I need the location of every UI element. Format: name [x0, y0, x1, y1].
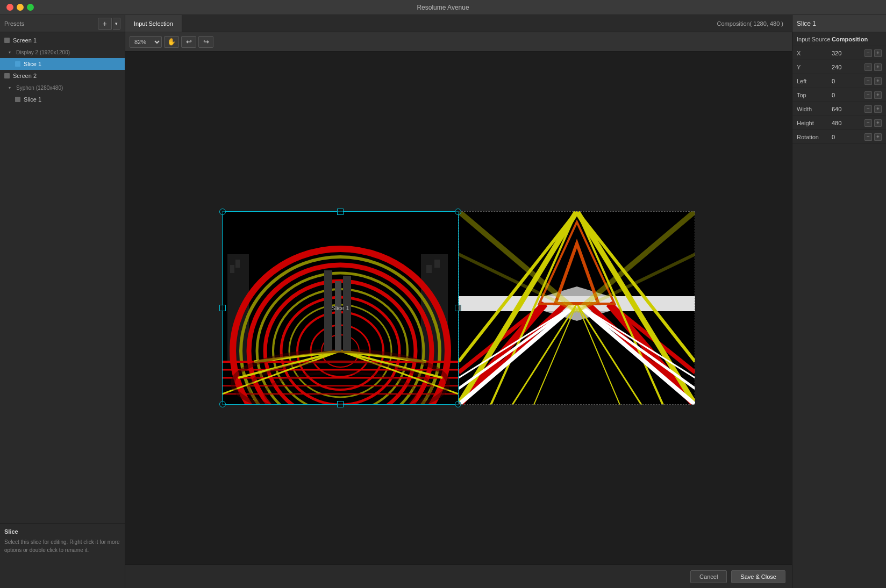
input-source-value: Composition: [832, 36, 868, 42]
presets-label: Presets: [4, 20, 24, 27]
rotation-value: 0: [832, 134, 862, 140]
slice1-label: Slice 1: [24, 61, 41, 67]
width-label: Width: [797, 106, 832, 112]
width-decrement-button[interactable]: −: [864, 105, 872, 113]
y-increment-button[interactable]: +: [874, 63, 882, 71]
prop-row-left: Left 0 − +: [792, 74, 886, 88]
width-increment-button[interactable]: +: [874, 105, 882, 113]
x-value: 320: [832, 50, 862, 56]
sidebar-item-syphon[interactable]: ▾ Syphon (1280x480): [0, 82, 125, 94]
canvas-wrapper: Slice 1: [222, 211, 695, 405]
y-decrement-button[interactable]: −: [864, 63, 872, 71]
right-panel-header: Slice 1: [792, 15, 886, 32]
window-title: Resolume Avenue: [417, 4, 469, 11]
svg-rect-6: [434, 260, 440, 268]
sidebar-item-screen1[interactable]: Screen 1: [0, 34, 125, 46]
y-value: 240: [832, 64, 862, 70]
rotation-decrement-button[interactable]: −: [864, 133, 872, 141]
hand-tool-button[interactable]: ✋: [164, 36, 179, 48]
svg-rect-33: [335, 281, 341, 351]
x-decrement-button[interactable]: −: [864, 49, 872, 57]
video-right: [459, 211, 695, 405]
info-title: Slice: [4, 528, 120, 535]
window-controls[interactable]: [6, 4, 34, 11]
add-button[interactable]: +: [98, 18, 112, 30]
left-decrement-button[interactable]: −: [864, 77, 872, 85]
zoom-select[interactable]: 82% 50% 75% 100% 125% 150%: [130, 36, 162, 48]
sidebar-item-slice1-screen1[interactable]: Slice 1: [0, 58, 125, 70]
height-value: 480: [832, 120, 862, 126]
slice1-s2-label: Slice 1: [24, 96, 41, 103]
sidebar-info: Slice Select this slice for editing. Rig…: [0, 524, 125, 588]
info-text: Select this slice for editing. Right cli…: [4, 538, 120, 554]
sidebar: Presets + ▾ Screen 1 ▾ Display 2 (1920x1…: [0, 15, 125, 588]
svg-rect-32: [324, 270, 332, 351]
svg-rect-3: [235, 260, 240, 268]
prop-row-input-source: Input Source Composition: [792, 32, 886, 46]
syphon-arrow: ▾: [9, 85, 14, 90]
screen1-label: Screen 1: [13, 37, 37, 44]
slice1-icon: [15, 61, 20, 67]
slice1-s2-icon: [15, 97, 20, 102]
svg-rect-5: [426, 265, 432, 273]
height-increment-button[interactable]: +: [874, 119, 882, 127]
syphon-label: Syphon (1280x480): [16, 85, 63, 91]
top-label: Top: [797, 92, 832, 98]
tab-input-selection[interactable]: Input Selection: [125, 15, 182, 32]
sidebar-header: Presets + ▾: [0, 15, 125, 32]
video-left: [222, 211, 459, 405]
top-increment-button[interactable]: +: [874, 91, 882, 99]
input-source-label: Input Source: [797, 36, 832, 42]
sidebar-item-screen2[interactable]: Screen 2: [0, 70, 125, 82]
top-decrement-button[interactable]: −: [864, 91, 872, 99]
close-button[interactable]: [6, 4, 13, 11]
display2-label: Display 2 (1920x1200): [16, 49, 70, 55]
display2-arrow: ▾: [9, 49, 14, 55]
top-value: 0: [832, 92, 862, 98]
center-content: Input Selection Composition( 1280, 480 )…: [125, 15, 792, 588]
height-label: Height: [797, 120, 832, 126]
rotation-label: Rotation: [797, 134, 832, 140]
minimize-button[interactable]: [17, 4, 24, 11]
add-button-dropdown[interactable]: ▾: [113, 18, 120, 30]
prop-row-width: Width 640 − +: [792, 102, 886, 116]
cancel-button[interactable]: Cancel: [690, 570, 727, 583]
right-panel-title: Slice 1: [797, 20, 816, 27]
add-button-group[interactable]: + ▾: [98, 18, 120, 30]
left-increment-button[interactable]: +: [874, 77, 882, 85]
main-layout: Presets + ▾ Screen 1 ▾ Display 2 (1920x1…: [0, 15, 886, 588]
svg-rect-2: [230, 265, 234, 273]
left-value: 0: [832, 78, 862, 84]
prop-row-height: Height 480 − +: [792, 116, 886, 130]
tab-input-selection-label: Input Selection: [134, 20, 173, 27]
x-increment-button[interactable]: +: [874, 49, 882, 57]
composition-label: Composition( 1280, 480 ): [708, 15, 792, 32]
rotation-increment-button[interactable]: +: [874, 133, 882, 141]
tab-bar: Input Selection Composition( 1280, 480 ): [125, 15, 792, 32]
svg-rect-34: [343, 276, 351, 351]
left-label: Left: [797, 78, 832, 84]
screen1-icon: [4, 38, 10, 43]
screen2-label: Screen 2: [13, 73, 37, 79]
height-decrement-button[interactable]: −: [864, 119, 872, 127]
y-label: Y: [797, 64, 832, 70]
title-bar: Resolume Avenue: [0, 0, 886, 15]
prop-row-top: Top 0 − +: [792, 88, 886, 102]
action-bar: Cancel Save & Close: [125, 564, 792, 588]
prop-row-y: Y 240 − +: [792, 60, 886, 74]
prop-row-rotation: Rotation 0 − +: [792, 130, 886, 144]
prop-row-x: X 320 − +: [792, 46, 886, 60]
save-close-button[interactable]: Save & Close: [731, 570, 785, 583]
sidebar-item-slice1-screen2[interactable]: Slice 1: [0, 94, 125, 105]
sidebar-item-display2[interactable]: ▾ Display 2 (1920x1200): [0, 46, 125, 58]
screen2-icon: [4, 73, 10, 78]
redo-button[interactable]: ↪: [198, 36, 213, 48]
x-label: X: [797, 50, 832, 56]
maximize-button[interactable]: [27, 4, 34, 11]
canvas-area[interactable]: Slice 1: [125, 52, 792, 564]
sidebar-tree: Screen 1 ▾ Display 2 (1920x1200) Slice 1…: [0, 32, 125, 524]
undo-button[interactable]: ↩: [181, 36, 196, 48]
toolbar: 82% 50% 75% 100% 125% 150% ✋ ↩ ↪: [125, 32, 792, 52]
right-panel: Slice 1 Input Source Composition X 320 −…: [792, 15, 886, 588]
width-value: 640: [832, 106, 862, 112]
